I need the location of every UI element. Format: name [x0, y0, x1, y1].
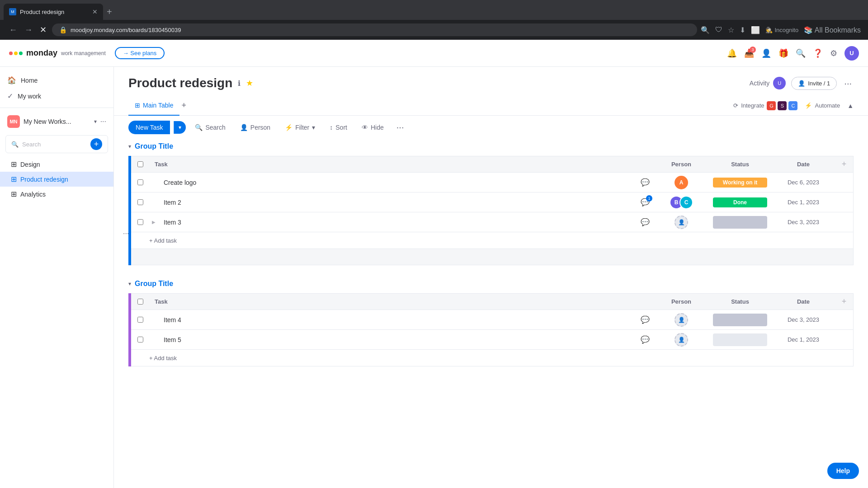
automate-button[interactable]: ⚡ Automate [805, 102, 840, 109]
back-button[interactable]: ← [7, 23, 19, 37]
date-cell[interactable]: Dec 1, 2023 [772, 199, 835, 206]
date-cell[interactable]: Dec 3, 2023 [772, 219, 835, 225]
activity-button[interactable]: Activity U [750, 77, 786, 89]
sidebar-item-analytics[interactable]: ⊞ Analytics [0, 187, 113, 202]
search-icon[interactable]: 🔍 [796, 48, 806, 58]
comment-cell[interactable]: 💬 [636, 335, 654, 344]
group-2-collapse-icon[interactable]: ▾ [128, 281, 131, 287]
comment-cell[interactable]: 💬 [636, 178, 654, 187]
person-toolbar-button[interactable]: 👤 Person [235, 121, 276, 134]
comment-icon[interactable]: 💬 [641, 315, 650, 324]
row-checkbox[interactable] [131, 317, 149, 323]
status-cell[interactable] [708, 216, 772, 229]
sidebar-item-my-work[interactable]: ✓ My work [0, 88, 113, 104]
comment-icon[interactable]: 💬 1 [641, 198, 650, 206]
group-1-title[interactable]: Group Title [135, 142, 173, 150]
active-tab[interactable]: M Product redesign ✕ [4, 4, 103, 20]
browser-star-icon[interactable]: ☆ [728, 26, 734, 34]
comment-icon[interactable]: 💬 [641, 178, 650, 187]
row-checkbox[interactable] [131, 219, 149, 225]
comment-cell[interactable]: 💬 [636, 315, 654, 324]
gift-icon[interactable]: 🎁 [778, 48, 788, 58]
hide-toolbar-button[interactable]: 👁 Hide [356, 121, 389, 134]
browser-download-icon[interactable]: ⬇ [740, 26, 745, 34]
date-cell[interactable]: Dec 6, 2023 [772, 179, 835, 186]
task-cell[interactable]: Item 3 [158, 219, 636, 226]
new-task-dropdown-button[interactable]: ▾ [174, 121, 186, 134]
url-bar[interactable]: 🔒 moodjoy.monday.com/boards/1830450039 [52, 23, 697, 36]
inbox-icon[interactable]: 📥 3 [744, 48, 754, 58]
forward-button[interactable]: → [23, 23, 34, 37]
board-info-icon[interactable]: ℹ [238, 79, 241, 88]
board-more-button[interactable]: ··· [842, 76, 854, 90]
sidebar-item-home[interactable]: 🏠 Home [0, 72, 113, 88]
board-star-icon[interactable]: ★ [246, 78, 253, 88]
row-checkbox[interactable] [131, 337, 149, 343]
status-cell[interactable] [708, 314, 772, 326]
person-cell[interactable]: 👤 [654, 313, 708, 327]
browser-profile-icon[interactable]: ⬜ [751, 26, 760, 34]
select-all-checkbox-1[interactable] [137, 161, 143, 167]
tab-main-table[interactable]: ⊞ Main Table [128, 96, 179, 116]
tab-close-button[interactable]: ✕ [92, 8, 98, 15]
workspace-row[interactable]: MN My New Works... ▾ ··· [0, 112, 113, 131]
comment-cell[interactable]: 💬 [636, 218, 654, 226]
browser-search-icon[interactable]: 🔍 [701, 26, 710, 34]
comment-icon[interactable]: 💬 [641, 335, 650, 344]
invite-button[interactable]: 👤 Invite / 1 [791, 77, 837, 90]
sidebar-add-button[interactable]: + [90, 138, 102, 150]
add-view-button[interactable]: + [181, 101, 186, 110]
comment-icon[interactable]: 💬 [641, 218, 650, 226]
new-tab-button[interactable]: + [107, 7, 112, 17]
header-checkbox-2[interactable] [131, 299, 149, 305]
collapse-button[interactable]: ▲ [847, 102, 854, 109]
add-task-row-2[interactable]: + Add task [131, 350, 853, 366]
workspace-more-icon[interactable]: ··· [100, 117, 106, 126]
add-task-row[interactable]: + Add task [131, 232, 853, 249]
comment-cell[interactable]: 💬 1 [636, 198, 654, 206]
notification-bell[interactable]: 🔔 [727, 48, 737, 58]
add-column-button-2[interactable]: + [835, 297, 853, 306]
people-icon[interactable]: 👤 [761, 48, 771, 58]
user-avatar[interactable]: U [844, 46, 859, 61]
browser-shield-icon[interactable]: 🛡 [715, 26, 722, 34]
search-toolbar-button[interactable]: 🔍 Search [189, 121, 231, 134]
status-cell[interactable] [708, 333, 772, 346]
apps-icon[interactable]: ⚙ [830, 48, 837, 58]
filter-toolbar-button[interactable]: ⚡ Filter ▾ [279, 121, 321, 134]
person-cell[interactable]: 👤 [654, 333, 708, 347]
status-cell[interactable]: Done [708, 197, 772, 207]
row-checkbox[interactable] [131, 179, 149, 185]
sidebar-item-product-redesign[interactable]: ⊞ Product redesign [0, 172, 113, 187]
toolbar-more-button[interactable]: ··· [393, 120, 408, 134]
header-checkbox[interactable] [131, 161, 149, 167]
sort-toolbar-button[interactable]: ↕ Sort [324, 121, 353, 134]
integrate-button[interactable]: ⟳ Integrate G S C [733, 101, 797, 110]
reload-button[interactable]: ✕ [38, 23, 48, 37]
task-cell[interactable]: Item 4 [158, 316, 636, 324]
row-expand-icon[interactable]: ▶ [149, 220, 158, 225]
task-cell[interactable]: Create logo [158, 179, 636, 186]
help-icon[interactable]: ❓ [813, 48, 823, 58]
help-button[interactable]: Help [827, 463, 859, 479]
group-1-collapse-icon[interactable]: ▾ [128, 143, 131, 150]
group-2-title[interactable]: Group Title [135, 280, 173, 288]
add-column-button[interactable]: + [835, 160, 853, 169]
task-cell[interactable]: Item 5 [158, 336, 636, 343]
date-cell[interactable]: Dec 1, 2023 [772, 336, 835, 343]
row-more-button[interactable]: ··· [123, 230, 129, 238]
person-cell[interactable]: B C [654, 196, 708, 209]
new-task-button[interactable]: New Task [128, 121, 170, 134]
task-cell[interactable]: Item 2 [158, 199, 636, 206]
person-cell[interactable]: A [654, 176, 708, 189]
person-avatar-empty: 👤 [675, 333, 688, 347]
sidebar-search-box[interactable]: 🔍 Search + [5, 135, 108, 153]
date-cell[interactable]: Dec 3, 2023 [772, 316, 835, 323]
see-plans-button[interactable]: → See plans [115, 47, 165, 59]
person-cell[interactable]: 👤 [654, 216, 708, 229]
select-all-checkbox-2[interactable] [137, 299, 143, 305]
browser-bookmarks-icon[interactable]: 📚 All Bookmarks [804, 26, 861, 34]
sidebar-item-design[interactable]: ⊞ Design [0, 157, 113, 172]
row-checkbox[interactable] [131, 199, 149, 205]
status-cell[interactable]: Working on it [708, 178, 772, 188]
